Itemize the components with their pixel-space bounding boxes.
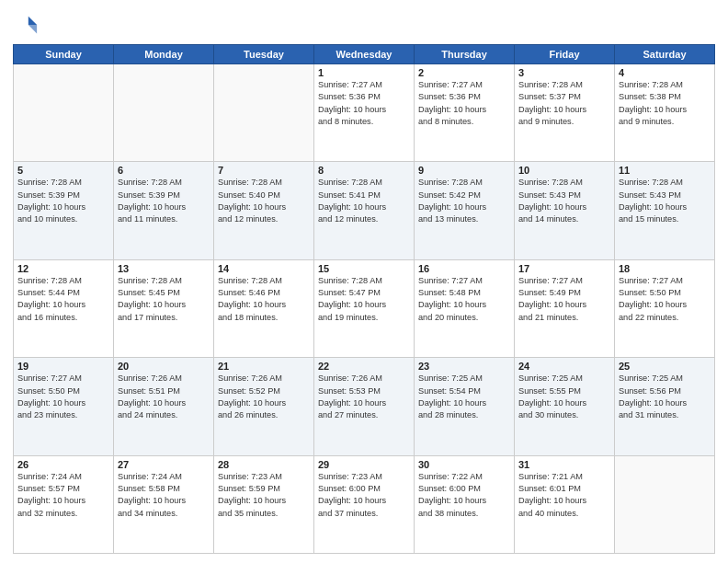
day-info: Sunrise: 7:24 AM Sunset: 5:57 PM Dayligh… (17, 471, 109, 520)
day-info: Sunrise: 7:27 AM Sunset: 5:48 PM Dayligh… (418, 275, 510, 324)
calendar-day-25: 25Sunrise: 7:25 AM Sunset: 5:56 PM Dayli… (615, 358, 715, 455)
day-info: Sunrise: 7:26 AM Sunset: 5:52 PM Dayligh… (218, 373, 310, 421)
day-number: 22 (318, 361, 410, 372)
calendar-day-7: 7Sunrise: 7:28 AM Sunset: 5:40 PM Daylig… (214, 162, 314, 259)
day-header-friday: Friday (515, 45, 615, 64)
calendar-day-8: 8Sunrise: 7:28 AM Sunset: 5:41 PM Daylig… (314, 162, 415, 259)
day-number: 30 (418, 459, 510, 470)
day-number: 27 (118, 459, 210, 470)
day-number: 28 (218, 459, 310, 470)
day-info: Sunrise: 7:22 AM Sunset: 6:00 PM Dayligh… (418, 471, 510, 520)
day-info: Sunrise: 7:28 AM Sunset: 5:39 PM Dayligh… (17, 177, 109, 225)
day-info: Sunrise: 7:28 AM Sunset: 5:43 PM Dayligh… (619, 177, 711, 225)
day-number: 25 (619, 361, 711, 372)
calendar-day-24: 24Sunrise: 7:25 AM Sunset: 5:55 PM Dayli… (515, 358, 615, 455)
calendar-week-row: 12Sunrise: 7:28 AM Sunset: 5:44 PM Dayli… (14, 259, 715, 357)
day-info: Sunrise: 7:25 AM Sunset: 5:54 PM Dayligh… (418, 373, 510, 421)
calendar-day-empty (615, 455, 715, 553)
day-number: 4 (619, 67, 711, 78)
day-number: 7 (218, 165, 310, 176)
day-number: 21 (218, 361, 310, 372)
day-header-saturday: Saturday (615, 45, 715, 64)
day-number: 23 (418, 361, 510, 372)
calendar-week-row: 26Sunrise: 7:24 AM Sunset: 5:57 PM Dayli… (14, 455, 715, 553)
calendar-week-row: 5Sunrise: 7:28 AM Sunset: 5:39 PM Daylig… (14, 162, 715, 259)
calendar-day-29: 29Sunrise: 7:23 AM Sunset: 6:00 PM Dayli… (314, 455, 415, 553)
day-header-wednesday: Wednesday (314, 45, 415, 64)
day-info: Sunrise: 7:28 AM Sunset: 5:37 PM Dayligh… (518, 79, 610, 128)
calendar-week-row: 19Sunrise: 7:27 AM Sunset: 5:50 PM Dayli… (14, 358, 715, 455)
day-header-thursday: Thursday (415, 45, 515, 64)
day-number: 10 (518, 165, 610, 176)
calendar-day-2: 2Sunrise: 7:27 AM Sunset: 5:36 PM Daylig… (415, 64, 515, 162)
calendar-table: SundayMondayTuesdayWednesdayThursdayFrid… (13, 44, 715, 554)
calendar-day-5: 5Sunrise: 7:28 AM Sunset: 5:39 PM Daylig… (14, 162, 114, 259)
day-number: 2 (418, 67, 510, 78)
svg-marker-0 (28, 17, 37, 25)
calendar-day-empty (14, 64, 114, 162)
day-number: 16 (418, 263, 510, 274)
svg-marker-1 (28, 25, 37, 33)
calendar-day-23: 23Sunrise: 7:25 AM Sunset: 5:54 PM Dayli… (415, 358, 515, 455)
calendar-day-6: 6Sunrise: 7:28 AM Sunset: 5:39 PM Daylig… (114, 162, 214, 259)
day-info: Sunrise: 7:27 AM Sunset: 5:49 PM Dayligh… (518, 275, 610, 324)
day-number: 20 (118, 361, 210, 372)
calendar-day-3: 3Sunrise: 7:28 AM Sunset: 5:37 PM Daylig… (515, 64, 615, 162)
day-info: Sunrise: 7:23 AM Sunset: 6:00 PM Dayligh… (318, 471, 410, 520)
day-info: Sunrise: 7:21 AM Sunset: 6:01 PM Dayligh… (518, 471, 610, 520)
day-info: Sunrise: 7:28 AM Sunset: 5:39 PM Dayligh… (118, 177, 210, 225)
day-info: Sunrise: 7:23 AM Sunset: 5:59 PM Dayligh… (218, 471, 310, 520)
day-number: 17 (518, 263, 610, 274)
day-number: 1 (318, 67, 410, 78)
day-number: 6 (118, 165, 210, 176)
calendar-day-14: 14Sunrise: 7:28 AM Sunset: 5:46 PM Dayli… (214, 259, 314, 357)
calendar-day-26: 26Sunrise: 7:24 AM Sunset: 5:57 PM Dayli… (14, 455, 114, 553)
day-number: 11 (619, 165, 711, 176)
calendar-day-22: 22Sunrise: 7:26 AM Sunset: 5:53 PM Dayli… (314, 358, 415, 455)
day-info: Sunrise: 7:28 AM Sunset: 5:44 PM Dayligh… (17, 275, 109, 324)
calendar-week-row: 1Sunrise: 7:27 AM Sunset: 5:36 PM Daylig… (14, 64, 715, 162)
calendar-day-27: 27Sunrise: 7:24 AM Sunset: 5:58 PM Dayli… (114, 455, 214, 553)
day-number: 9 (418, 165, 510, 176)
day-info: Sunrise: 7:28 AM Sunset: 5:43 PM Dayligh… (518, 177, 610, 225)
day-number: 31 (518, 459, 610, 470)
day-info: Sunrise: 7:28 AM Sunset: 5:42 PM Dayligh… (418, 177, 510, 225)
calendar-day-12: 12Sunrise: 7:28 AM Sunset: 5:44 PM Dayli… (14, 259, 114, 357)
calendar-day-4: 4Sunrise: 7:28 AM Sunset: 5:38 PM Daylig… (615, 64, 715, 162)
calendar-day-17: 17Sunrise: 7:27 AM Sunset: 5:49 PM Dayli… (515, 259, 615, 357)
day-header-tuesday: Tuesday (214, 45, 314, 64)
calendar-day-28: 28Sunrise: 7:23 AM Sunset: 5:59 PM Dayli… (214, 455, 314, 553)
day-number: 24 (518, 361, 610, 372)
page: SundayMondayTuesdayWednesdayThursdayFrid… (0, 0, 728, 563)
calendar-day-10: 10Sunrise: 7:28 AM Sunset: 5:43 PM Dayli… (515, 162, 615, 259)
calendar-day-21: 21Sunrise: 7:26 AM Sunset: 5:52 PM Dayli… (214, 358, 314, 455)
day-info: Sunrise: 7:28 AM Sunset: 5:45 PM Dayligh… (118, 275, 210, 324)
calendar-day-19: 19Sunrise: 7:27 AM Sunset: 5:50 PM Dayli… (14, 358, 114, 455)
calendar-day-empty (114, 64, 214, 162)
calendar-header-row: SundayMondayTuesdayWednesdayThursdayFrid… (14, 45, 715, 64)
day-info: Sunrise: 7:26 AM Sunset: 5:51 PM Dayligh… (118, 373, 210, 421)
day-info: Sunrise: 7:28 AM Sunset: 5:46 PM Dayligh… (218, 275, 310, 324)
header (13, 9, 715, 39)
day-info: Sunrise: 7:27 AM Sunset: 5:36 PM Dayligh… (318, 79, 410, 128)
calendar-day-13: 13Sunrise: 7:28 AM Sunset: 5:45 PM Dayli… (114, 259, 214, 357)
day-info: Sunrise: 7:27 AM Sunset: 5:36 PM Dayligh… (418, 79, 510, 128)
day-info: Sunrise: 7:25 AM Sunset: 5:55 PM Dayligh… (518, 373, 610, 421)
calendar-day-31: 31Sunrise: 7:21 AM Sunset: 6:01 PM Dayli… (515, 455, 615, 553)
day-number: 26 (17, 459, 109, 470)
day-info: Sunrise: 7:27 AM Sunset: 5:50 PM Dayligh… (619, 275, 711, 324)
day-info: Sunrise: 7:26 AM Sunset: 5:53 PM Dayligh… (318, 373, 410, 421)
calendar-day-30: 30Sunrise: 7:22 AM Sunset: 6:00 PM Dayli… (415, 455, 515, 553)
calendar-day-empty (214, 64, 314, 162)
day-number: 13 (118, 263, 210, 274)
day-number: 29 (318, 459, 410, 470)
calendar-day-15: 15Sunrise: 7:28 AM Sunset: 5:47 PM Dayli… (314, 259, 415, 357)
day-info: Sunrise: 7:28 AM Sunset: 5:38 PM Dayligh… (619, 79, 711, 128)
day-header-sunday: Sunday (14, 45, 114, 64)
day-info: Sunrise: 7:25 AM Sunset: 5:56 PM Dayligh… (619, 373, 711, 421)
calendar-day-1: 1Sunrise: 7:27 AM Sunset: 5:36 PM Daylig… (314, 64, 415, 162)
day-info: Sunrise: 7:28 AM Sunset: 5:41 PM Dayligh… (318, 177, 410, 225)
day-number: 12 (17, 263, 109, 274)
day-number: 8 (318, 165, 410, 176)
day-number: 15 (318, 263, 410, 274)
